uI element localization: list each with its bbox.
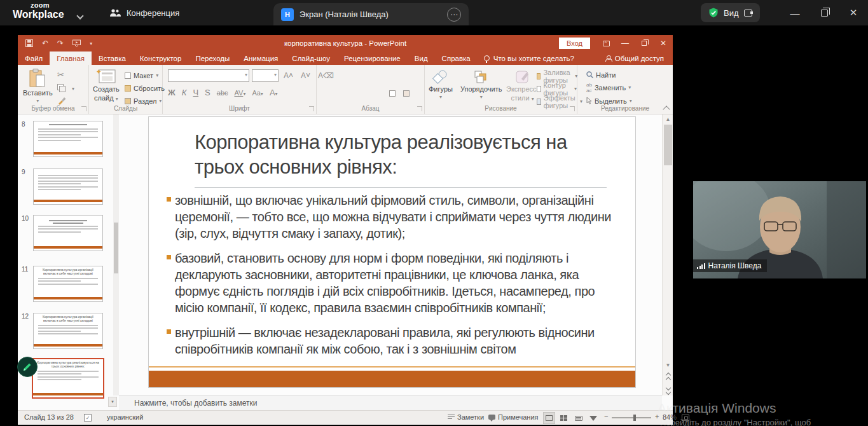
font-name-combobox[interactable] [168, 69, 249, 82]
shapes-button[interactable]: Фигуры▾ [429, 70, 453, 100]
notes-toggle-button[interactable]: Заметки [448, 413, 484, 421]
find-button[interactable]: Найти [586, 69, 616, 80]
reading-view-button[interactable] [572, 412, 584, 424]
zoom-slider-handle[interactable] [633, 415, 636, 421]
font-size-combobox[interactable] [252, 69, 279, 82]
notes-placeholder: Нажмите, чтобы добавить заметки [134, 399, 257, 408]
increase-font-icon[interactable]: A˄ [281, 71, 296, 80]
arrange-button[interactable]: Упорядочить▾ [460, 70, 502, 100]
normal-view-button[interactable] [543, 412, 555, 424]
zoom-slider[interactable] [612, 417, 651, 418]
restore-button[interactable] [809, 0, 839, 25]
slideshow-view-button[interactable] [587, 412, 599, 424]
new-slide-button[interactable]: Создать слайд ▾ [93, 69, 120, 102]
tab-slideshow[interactable]: Слайд-шоу [285, 52, 337, 65]
copy-button[interactable]: ▾ [57, 84, 74, 92]
align-center-icon[interactable] [340, 90, 348, 98]
drawing-dialog-launcher-icon[interactable] [570, 106, 575, 111]
quick-styles-button[interactable]: Экспресс- стили ▾ [506, 70, 539, 102]
normal-view-icon [546, 415, 553, 421]
shape-fill-icon [537, 73, 541, 79]
annotation-button[interactable] [17, 357, 38, 377]
layout-button[interactable]: Макет▾ [125, 70, 158, 81]
sign-in-button[interactable]: Вход [559, 38, 590, 49]
tab-meeting[interactable]: Конференция [109, 5, 179, 20]
tell-me-box[interactable]: Что вы хотите сделать? [478, 52, 581, 65]
replace-button[interactable]: abac Заменить▾ [586, 82, 631, 93]
tab-review[interactable]: Рецензирование [337, 52, 408, 65]
paragraph-dialog-launcher-icon[interactable] [417, 106, 422, 111]
shape-fill-button[interactable]: Заливка фигуры▾ [537, 71, 577, 81]
start-slideshow-icon[interactable] [72, 39, 81, 47]
notes-splitter-handle[interactable]: ▾ [108, 397, 117, 407]
language-indicator[interactable]: украинский [107, 413, 143, 421]
tab-transitions[interactable]: Переходы [188, 52, 237, 65]
slide-canvas[interactable]: Корпоративна культура реалізовується на … [148, 116, 636, 388]
slide-thumbnail-9[interactable] [33, 168, 103, 205]
align-right-icon[interactable] [356, 90, 365, 98]
tab-options-icon[interactable]: ⋯ [447, 8, 461, 22]
chevron-down-icon[interactable] [78, 10, 83, 15]
strikethrough-button[interactable]: abc [217, 89, 228, 97]
decrease-font-icon[interactable]: A˅ [298, 71, 313, 80]
notes-pane[interactable]: Нажмите, чтобы добавить заметки [119, 395, 662, 410]
reset-button[interactable]: Сбросить [125, 83, 165, 93]
view-button[interactable]: Вид [701, 3, 760, 22]
font-color-button[interactable]: А▾ [270, 88, 278, 97]
tab-animations[interactable]: Анимация [237, 52, 285, 65]
text-shadow-button[interactable]: S [205, 88, 210, 97]
scroll-down-icon[interactable]: ▼ [663, 361, 673, 370]
redo-icon[interactable]: ↷ [57, 39, 64, 48]
previous-slide-button[interactable] [663, 371, 673, 383]
ppt-close-button[interactable]: ✕ [654, 35, 673, 52]
minimize-button[interactable]: — [780, 0, 809, 25]
cut-button[interactable]: ✂ [57, 70, 64, 79]
italic-button[interactable]: К [182, 88, 187, 97]
slide-thumbnail-10[interactable] [33, 215, 103, 251]
scroll-up-icon[interactable]: ▲ [663, 114, 673, 124]
font-dialog-launcher-icon[interactable] [309, 106, 314, 111]
clipboard-dialog-launcher-icon[interactable] [81, 106, 86, 111]
qat-customize-icon[interactable]: ▾ [90, 41, 92, 46]
slide-sorter-view-button[interactable] [558, 412, 570, 424]
scrollbar-thumb[interactable] [664, 125, 672, 165]
tab-insert[interactable]: Вставка [92, 52, 133, 65]
paste-label: Вставить [23, 89, 53, 97]
underline-button[interactable]: Ч [193, 88, 198, 97]
next-slide-button[interactable] [663, 384, 673, 395]
smartart-convert-icon[interactable] [403, 90, 410, 97]
bold-button[interactable]: Ж [168, 88, 176, 97]
share-button[interactable]: Общий доступ [605, 52, 673, 65]
spellcheck-icon[interactable]: ✓ [84, 414, 92, 422]
tab-file[interactable]: Файл [18, 52, 50, 65]
slide-thumbnail-11[interactable]: Корпоративна культура організації включа… [33, 266, 103, 302]
slide-scrollbar[interactable]: ▲ ▼ [662, 114, 673, 395]
ribbon-display-options-icon[interactable] [596, 35, 616, 52]
zoom-out-button[interactable]: − [604, 413, 608, 420]
change-case-button[interactable]: Aa▾ [252, 89, 263, 97]
tab-design[interactable]: Конструктор [133, 52, 189, 65]
close-button[interactable]: ✕ [839, 0, 868, 25]
paste-button[interactable]: Вставить ▾ [23, 69, 53, 104]
columns-icon[interactable] [389, 90, 396, 97]
save-icon[interactable] [25, 39, 33, 47]
comments-toggle-button[interactable]: Примечания [488, 413, 539, 421]
align-left-icon[interactable] [323, 90, 332, 98]
shape-outline-button[interactable]: Контур фигуры▾ [537, 83, 577, 94]
tab-home[interactable]: Главная [50, 52, 92, 65]
justify-icon[interactable] [373, 90, 382, 98]
slide-thumbnail-12[interactable]: Корпоративна культура організації включа… [33, 313, 103, 349]
thumbnail-scrollbar[interactable] [113, 114, 119, 395]
slide-thumbnail-8[interactable] [33, 121, 103, 157]
ppt-restore-button[interactable] [635, 35, 654, 52]
character-spacing-button[interactable]: AV▾ [235, 89, 246, 97]
undo-icon[interactable]: ↶ [42, 39, 48, 48]
tab-screen-share[interactable]: Н Экран (Наталія Шведа) ⋯ [273, 3, 469, 25]
tab-view[interactable]: Вид [408, 52, 435, 65]
slide-body[interactable]: зовнішній, що включає унікальний фірмови… [167, 192, 626, 366]
slide-title[interactable]: Корпоративна культура реалізовується на … [195, 130, 607, 188]
slide-thumbnail-13-selected[interactable]: Корпоративна культура реалізовується на … [32, 358, 104, 399]
ppt-minimize-button[interactable]: — [616, 35, 635, 52]
paste-icon [29, 69, 46, 88]
tab-help[interactable]: Справка [435, 52, 478, 65]
